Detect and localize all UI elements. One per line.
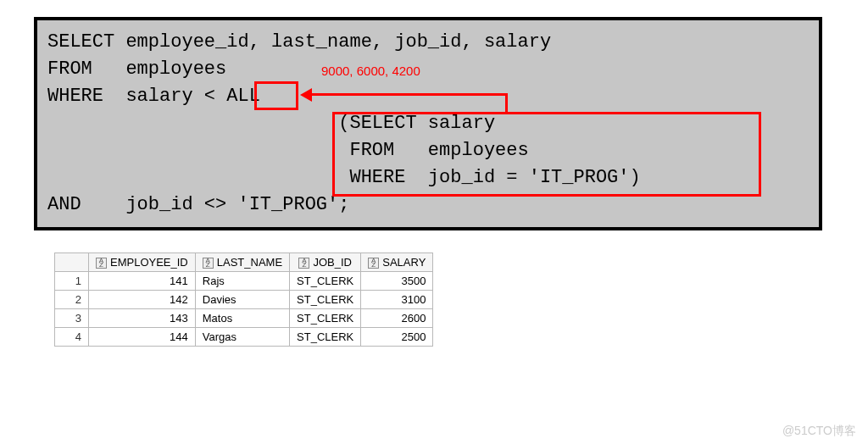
sort-icon: AZ xyxy=(203,258,214,269)
code-line-sub1: (SELECT salary xyxy=(47,110,809,137)
table-row: 1 141 Rajs ST_CLERK 3500 xyxy=(55,272,433,291)
cell-employee-id: 141 xyxy=(89,272,196,291)
table-header-last-name: AZLAST_NAME xyxy=(195,253,289,272)
header-label: JOB_ID xyxy=(313,256,352,269)
row-index: 2 xyxy=(55,291,89,309)
cell-last-name: Davies xyxy=(195,291,289,309)
code-line-and: AND job_id <> 'IT_PROG'; xyxy=(47,191,809,219)
cell-salary: 3100 xyxy=(361,291,433,309)
cell-salary: 2500 xyxy=(361,328,433,347)
header-label: EMPLOYEE_ID xyxy=(110,256,188,269)
cell-employee-id: 144 xyxy=(89,328,196,347)
cell-salary: 2600 xyxy=(361,309,433,328)
cell-last-name: Matos xyxy=(195,309,289,328)
cell-employee-id: 142 xyxy=(89,291,196,309)
cell-job-id: ST_CLERK xyxy=(290,309,361,328)
row-index: 1 xyxy=(55,272,89,291)
row-index: 3 xyxy=(55,309,89,328)
header-label: SALARY xyxy=(382,256,426,269)
cell-salary: 3500 xyxy=(361,272,433,291)
header-label: LAST_NAME xyxy=(217,256,282,269)
table-header-blank xyxy=(55,253,89,272)
cell-last-name: Vargas xyxy=(195,328,289,347)
code-line-sub3: WHERE job_id = 'IT_PROG') xyxy=(47,164,809,191)
code-line-from: FROM employees xyxy=(47,56,809,83)
cell-employee-id: 143 xyxy=(89,309,196,328)
table-row: 4 144 Vargas ST_CLERK 2500 xyxy=(55,328,433,347)
cell-job-id: ST_CLERK xyxy=(290,272,361,291)
value-annotation: 9000, 6000, 4200 xyxy=(321,58,420,85)
table-header-salary: AZSALARY xyxy=(361,253,433,272)
cell-job-id: ST_CLERK xyxy=(290,291,361,309)
sort-icon: AZ xyxy=(368,258,379,269)
code-line-where: WHERE salary < ALL xyxy=(47,83,809,110)
sql-code-block: SELECT employee_id, last_name, job_id, s… xyxy=(34,17,822,230)
cell-job-id: ST_CLERK xyxy=(290,328,361,347)
table-row: 3 143 Matos ST_CLERK 2600 xyxy=(55,309,433,328)
table-header-row: AZEMPLOYEE_ID AZLAST_NAME AZJOB_ID AZSAL… xyxy=(55,253,433,272)
watermark: @51CTO博客 xyxy=(782,424,856,439)
sort-icon: AZ xyxy=(298,258,309,269)
table-header-job-id: AZJOB_ID xyxy=(290,253,361,272)
table-row: 2 142 Davies ST_CLERK 3100 xyxy=(55,291,433,309)
cell-last-name: Rajs xyxy=(195,272,289,291)
result-table: AZEMPLOYEE_ID AZLAST_NAME AZJOB_ID AZSAL… xyxy=(54,253,433,347)
table-header-employee-id: AZEMPLOYEE_ID xyxy=(89,253,196,272)
row-index: 4 xyxy=(55,328,89,347)
code-line-select: SELECT employee_id, last_name, job_id, s… xyxy=(47,29,809,56)
sort-icon: AZ xyxy=(96,258,107,269)
code-line-sub2: FROM employees xyxy=(47,137,809,164)
